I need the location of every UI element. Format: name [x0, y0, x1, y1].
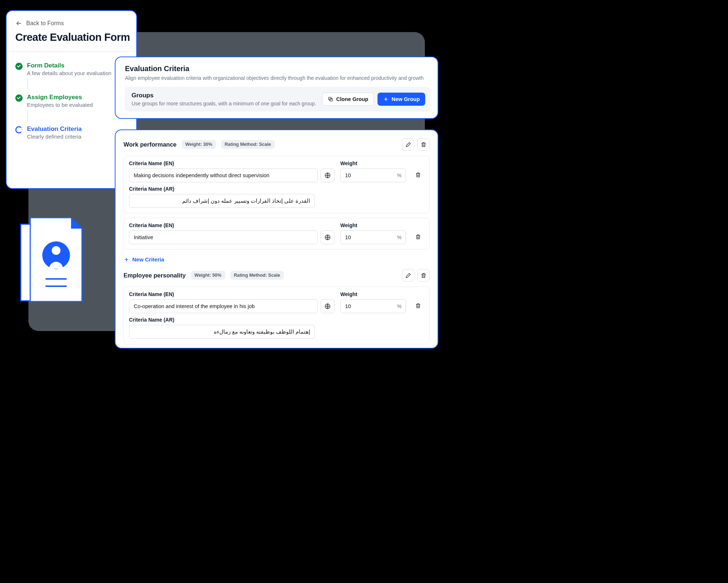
svg-point-2 [52, 246, 60, 255]
trash-icon [420, 141, 427, 148]
new-criteria-button[interactable]: New Criteria [124, 256, 164, 263]
groups-description: Use groups for more structures goals, wi… [132, 101, 316, 106]
weight-input[interactable] [340, 168, 406, 182]
globe-icon [324, 234, 331, 241]
globe-icon [324, 172, 331, 179]
weight-input[interactable] [340, 230, 406, 244]
step-title: Form Details [27, 62, 111, 69]
criteria-item: Criteria Name (EN) Weight % [124, 218, 430, 250]
trash-icon [415, 172, 421, 178]
clone-group-button[interactable]: Clone Group [322, 93, 374, 106]
weight-pill: Weight: 30% [182, 140, 216, 149]
plus-icon [383, 96, 389, 102]
new-group-button[interactable]: New Group [377, 93, 425, 106]
page-title: Create Evaluation Form [15, 31, 133, 43]
delete-group-button[interactable] [417, 269, 430, 281]
evaluation-criteria-header-card: Evaluation Criteria Align employee evalu… [115, 57, 438, 119]
criteria-name-en-input[interactable] [129, 299, 318, 313]
group-title: Employee personality [124, 272, 186, 279]
field-label: Criteria Name (EN) [129, 160, 334, 166]
evaluation-criteria-body-card: Work performance Weight: 30% Rating Meth… [115, 129, 438, 349]
field-label: Criteria Name (AR) [129, 186, 424, 192]
field-label: Criteria Name (EN) [129, 291, 334, 297]
group-title: Work performance [124, 141, 177, 148]
delete-criteria-button[interactable] [412, 299, 424, 312]
trash-icon [415, 303, 421, 309]
field-label: Weight [340, 222, 406, 228]
progress-circle-icon [15, 126, 23, 133]
rating-method-pill: Rating Method: Scale [230, 271, 284, 280]
document-illustration [20, 217, 84, 308]
trash-icon [415, 234, 421, 240]
weight-input[interactable] [340, 299, 406, 313]
step-title: Assign Employees [27, 94, 93, 101]
button-label: Clone Group [336, 96, 368, 102]
edit-group-button[interactable] [402, 269, 414, 281]
rating-method-pill: Rating Method: Scale [221, 140, 275, 149]
step-connector [27, 110, 28, 121]
back-label: Back to Forms [26, 20, 64, 27]
globe-icon [324, 303, 331, 310]
group-header: Work performance Weight: 30% Rating Meth… [124, 138, 430, 151]
criteria-name-en-input[interactable] [129, 230, 318, 244]
criteria-item: Criteria Name (EN) Weight % [124, 287, 430, 344]
back-link[interactable]: Back to Forms [15, 20, 133, 27]
divider [7, 51, 136, 52]
step-subtitle: Employees to be evaluated [27, 102, 93, 108]
group-header: Employee personality Weight: 50% Rating … [124, 269, 430, 281]
pencil-icon [405, 272, 411, 279]
groups-title: Groups [132, 92, 316, 99]
section-title: Evaluation Criteria [125, 65, 430, 73]
criteria-name-ar-input[interactable] [129, 325, 315, 339]
field-label: Criteria Name (AR) [129, 317, 424, 323]
language-toggle-button[interactable] [321, 230, 334, 244]
button-label: New Group [392, 96, 420, 102]
button-label: New Criteria [132, 256, 164, 263]
step-title: Evaluation Criteria [27, 125, 82, 133]
trash-icon [420, 272, 427, 279]
check-circle-icon [15, 63, 23, 70]
delete-criteria-button[interactable] [412, 230, 424, 243]
language-toggle-button[interactable] [321, 299, 334, 313]
field-label: Weight [340, 160, 406, 166]
language-toggle-button[interactable] [321, 168, 334, 182]
field-label: Weight [340, 291, 406, 297]
step-subtitle: Clearly defined criteria [27, 133, 82, 140]
delete-criteria-button[interactable] [412, 168, 424, 181]
section-description: Align employee evaluation criteria with … [125, 75, 430, 81]
criteria-item: Criteria Name (EN) Weight % [124, 156, 430, 213]
delete-group-button[interactable] [417, 138, 430, 151]
groups-panel: Groups Use groups for more structures go… [125, 87, 430, 112]
edit-group-button[interactable] [402, 138, 414, 151]
pencil-icon [405, 141, 411, 148]
check-circle-icon [15, 94, 23, 102]
copy-icon [328, 96, 333, 102]
step-connector [27, 78, 28, 89]
criteria-name-en-input[interactable] [129, 168, 318, 182]
step-subtitle: A few details about your evaluation [27, 70, 111, 76]
plus-icon [124, 257, 129, 263]
criteria-name-ar-input[interactable] [129, 194, 315, 208]
field-label: Criteria Name (EN) [129, 222, 334, 228]
arrow-left-icon [15, 20, 23, 27]
weight-pill: Weight: 50% [191, 271, 225, 280]
